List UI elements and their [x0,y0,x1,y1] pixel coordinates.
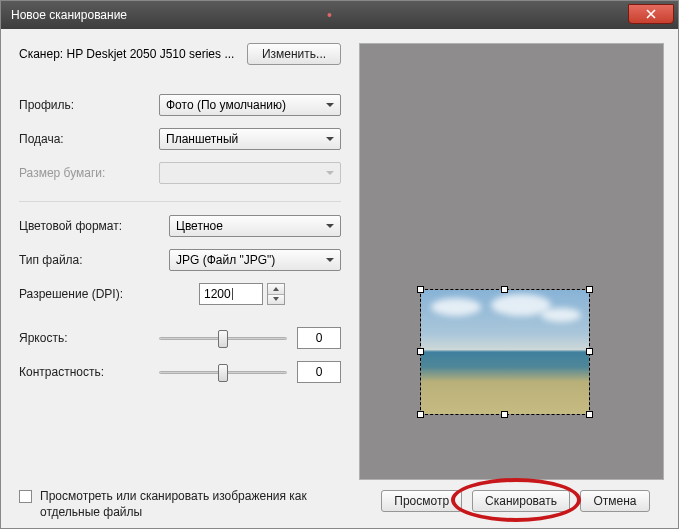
crop-handle[interactable] [586,411,593,418]
profile-value: Фото (По умолчанию) [166,98,286,112]
chevron-down-icon [326,101,334,109]
preview-image [421,290,589,414]
crop-handle[interactable] [417,411,424,418]
profile-dropdown[interactable]: Фото (По умолчанию) [159,94,341,116]
dpi-input[interactable]: 1200 [199,283,263,305]
crop-handle[interactable] [501,286,508,293]
crop-handle[interactable] [417,348,424,355]
color-format-dropdown[interactable]: Цветное [169,215,341,237]
preview-button[interactable]: Просмотр [381,490,462,512]
source-dropdown[interactable]: Планшетный [159,128,341,150]
crop-selection[interactable] [420,289,590,415]
modified-indicator: • [327,7,332,23]
preview-area[interactable] [359,43,664,480]
chevron-down-icon [326,169,334,177]
dialog-footer: Просмотр Сканировать Отмена [359,480,664,522]
paper-size-label: Размер бумаги: [19,166,159,180]
crop-handle[interactable] [417,286,424,293]
spinner-up-icon[interactable] [268,284,284,295]
brightness-value[interactable]: 0 [297,327,341,349]
profile-label: Профиль: [19,98,159,112]
dpi-spinner[interactable] [267,283,285,305]
chevron-down-icon [326,135,334,143]
crop-handle[interactable] [501,411,508,418]
source-value: Планшетный [166,132,238,146]
close-button[interactable] [628,4,674,24]
file-type-label: Тип файла: [19,253,169,267]
chevron-down-icon [326,256,334,264]
spinner-down-icon[interactable] [268,295,284,305]
color-format-label: Цветовой формат: [19,219,169,233]
window-title: Новое сканирование [11,8,307,22]
scanner-name: HP Deskjet 2050 J510 series ... [67,47,235,61]
scan-dialog: Новое сканирование • Сканер: HP Deskjet … [0,0,679,529]
settings-panel: Сканер: HP Deskjet 2050 J510 series ... … [1,29,353,528]
titlebar: Новое сканирование • [1,1,678,29]
brightness-label: Яркость: [19,331,159,345]
source-label: Подача: [19,132,159,146]
scan-button[interactable]: Сканировать [472,490,570,512]
change-scanner-button[interactable]: Изменить... [247,43,341,65]
file-type-value: JPG (Файл "JPG") [176,253,275,267]
crop-handle[interactable] [586,348,593,355]
dpi-label: Разрешение (DPI): [19,287,169,301]
close-icon [646,9,656,19]
contrast-label: Контрастность: [19,365,159,379]
paper-size-dropdown [159,162,341,184]
scanner-label: Сканер: HP Deskjet 2050 J510 series ... [19,47,247,61]
brightness-slider[interactable] [159,328,287,348]
crop-handle[interactable] [586,286,593,293]
chevron-down-icon [326,222,334,230]
file-type-dropdown[interactable]: JPG (Файл "JPG") [169,249,341,271]
color-format-value: Цветное [176,219,223,233]
separate-files-label: Просмотреть или сканировать изображения … [40,488,341,520]
contrast-slider[interactable] [159,362,287,382]
separate-files-checkbox[interactable] [19,490,32,503]
contrast-value[interactable]: 0 [297,361,341,383]
cancel-button[interactable]: Отмена [580,490,650,512]
